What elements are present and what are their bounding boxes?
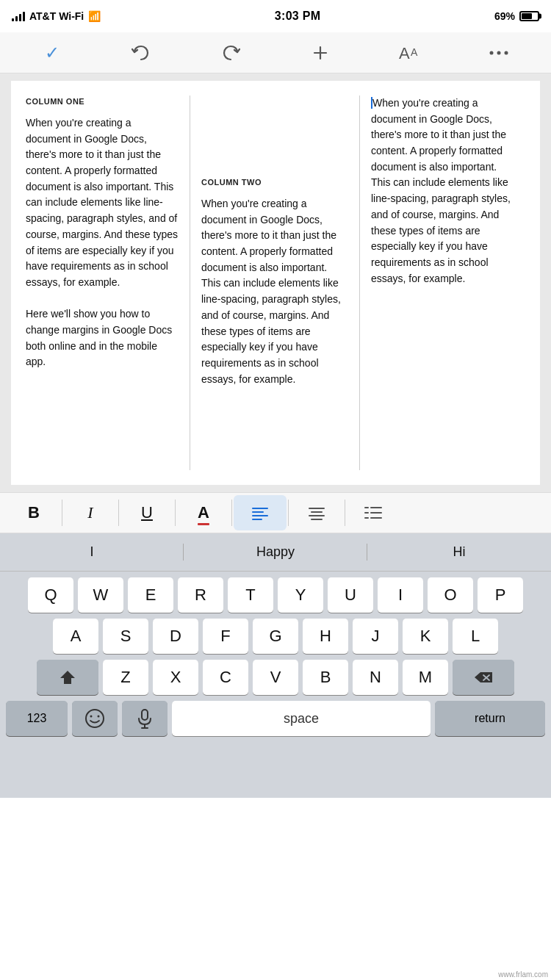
key-t[interactable]: T — [228, 577, 273, 613]
keyboard-row-4: 123 space return — [3, 701, 548, 736]
key-g[interactable]: G — [253, 619, 298, 654]
underline-button[interactable]: U — [120, 495, 173, 530]
text-color-icon: A — [198, 503, 209, 522]
text-cursor — [371, 97, 372, 109]
undo-button[interactable] — [125, 37, 157, 69]
key-v[interactable]: V — [253, 660, 298, 695]
confirm-button[interactable]: ✓ — [36, 37, 68, 69]
key-f[interactable]: F — [203, 619, 248, 654]
keyboard-row-1: Q W E R T Y U I O P — [3, 577, 548, 613]
document-page[interactable]: COLUMN ONE When you're creating a docume… — [11, 81, 540, 485]
format-divider-4 — [231, 500, 232, 526]
key-c[interactable]: C — [203, 660, 248, 695]
signal-bar-1 — [12, 18, 14, 21]
time-label: 3:03 PM — [275, 10, 321, 23]
emoji-icon — [84, 708, 105, 729]
column-two-text: When you're creating a document in Googl… — [201, 196, 348, 387]
svg-rect-27 — [142, 710, 148, 720]
carrier-label: AT&T Wi-Fi — [29, 10, 84, 22]
space-key[interactable]: space — [172, 701, 431, 736]
shift-icon — [59, 669, 76, 685]
shift-key[interactable] — [37, 660, 98, 695]
key-i[interactable]: I — [378, 577, 423, 613]
key-w[interactable]: W — [78, 577, 123, 613]
key-n[interactable]: N — [353, 660, 398, 695]
svg-point-5 — [497, 51, 501, 54]
battery-icon — [519, 11, 539, 21]
svg-marker-21 — [60, 671, 75, 684]
autocorrect-word-3[interactable]: Hi — [367, 538, 551, 566]
align-left-icon — [251, 505, 269, 520]
column-one-header: COLUMN ONE — [26, 96, 179, 108]
svg-point-4 — [490, 51, 494, 54]
status-bar: AT&T Wi-Fi 📶 3:03 PM 69% — [0, 0, 551, 32]
keyboard-row-3: Z X C V B N M — [3, 660, 548, 695]
more-icon — [489, 49, 509, 57]
more-button[interactable] — [483, 37, 515, 69]
wifi-icon: 📶 — [88, 10, 101, 22]
emoji-key[interactable] — [72, 701, 118, 736]
key-d[interactable]: D — [153, 619, 198, 654]
svg-point-6 — [505, 51, 508, 54]
font-button[interactable]: A A — [393, 37, 425, 69]
keyboard: Q W E R T Y U I O P A S D F G H J K L Z … — [0, 572, 551, 798]
key-y[interactable]: Y — [278, 577, 323, 613]
column-three-text: When you're creating a document in Googl… — [371, 96, 518, 287]
key-u[interactable]: U — [328, 577, 373, 613]
svg-point-24 — [86, 710, 104, 727]
status-right: 69% — [494, 10, 539, 22]
bold-button[interactable]: B — [7, 495, 60, 530]
format-divider-6 — [345, 500, 345, 526]
svg-text:A: A — [399, 44, 410, 62]
list-button[interactable] — [347, 495, 400, 530]
checkmark-icon: ✓ — [45, 43, 60, 63]
key-h[interactable]: H — [303, 619, 348, 654]
watermark: www.frlam.com — [498, 970, 548, 979]
align-left-button[interactable] — [234, 495, 287, 530]
numbers-key[interactable]: 123 — [6, 701, 68, 736]
svg-point-26 — [98, 716, 100, 718]
svg-point-25 — [90, 716, 93, 718]
key-l[interactable]: L — [453, 619, 498, 654]
key-m[interactable]: M — [403, 660, 448, 695]
column-one-text: When you're creating a document in Googl… — [26, 115, 179, 370]
redo-button[interactable] — [215, 37, 247, 69]
autocorrect-word-2[interactable]: Happy — [184, 538, 367, 566]
key-e[interactable]: E — [128, 577, 173, 613]
bold-icon: B — [28, 503, 40, 522]
add-button[interactable] — [304, 37, 336, 69]
align-center-button[interactable] — [290, 495, 343, 530]
microphone-key[interactable] — [122, 701, 168, 736]
column-two-header: COLUMN TWO — [201, 176, 348, 189]
signal-bar-2 — [15, 16, 18, 21]
autocorrect-word-1[interactable]: I — [0, 538, 184, 566]
key-k[interactable]: K — [403, 619, 448, 654]
key-x[interactable]: X — [153, 660, 198, 695]
backspace-key[interactable] — [453, 660, 514, 695]
return-key[interactable]: return — [435, 701, 545, 736]
key-z[interactable]: Z — [103, 660, 148, 695]
align-center-icon — [308, 505, 325, 520]
column-two: COLUMN TWO When you're creating a docume… — [194, 96, 356, 470]
key-a[interactable]: A — [53, 619, 98, 654]
key-p[interactable]: P — [478, 577, 523, 613]
text-color-button[interactable]: A — [177, 495, 230, 530]
list-icon — [364, 505, 383, 521]
format-divider-5 — [288, 500, 289, 526]
key-b[interactable]: B — [303, 660, 348, 695]
font-icon: A A — [399, 44, 419, 62]
key-o[interactable]: O — [428, 577, 473, 613]
format-divider-3 — [175, 500, 176, 526]
document-area: COLUMN ONE When you're creating a docume… — [0, 73, 551, 492]
status-left: AT&T Wi-Fi 📶 — [12, 10, 101, 22]
signal-bar-4 — [23, 12, 25, 21]
key-j[interactable]: J — [353, 619, 398, 654]
undo-icon — [132, 45, 151, 61]
key-q[interactable]: Q — [28, 577, 73, 613]
plus-icon — [311, 44, 329, 62]
key-s[interactable]: S — [103, 619, 148, 654]
document-toolbar: ✓ A A — [0, 32, 551, 73]
key-r[interactable]: R — [178, 577, 223, 613]
autocorrect-bar: I Happy Hi — [0, 533, 551, 572]
italic-button[interactable]: I — [64, 495, 117, 530]
